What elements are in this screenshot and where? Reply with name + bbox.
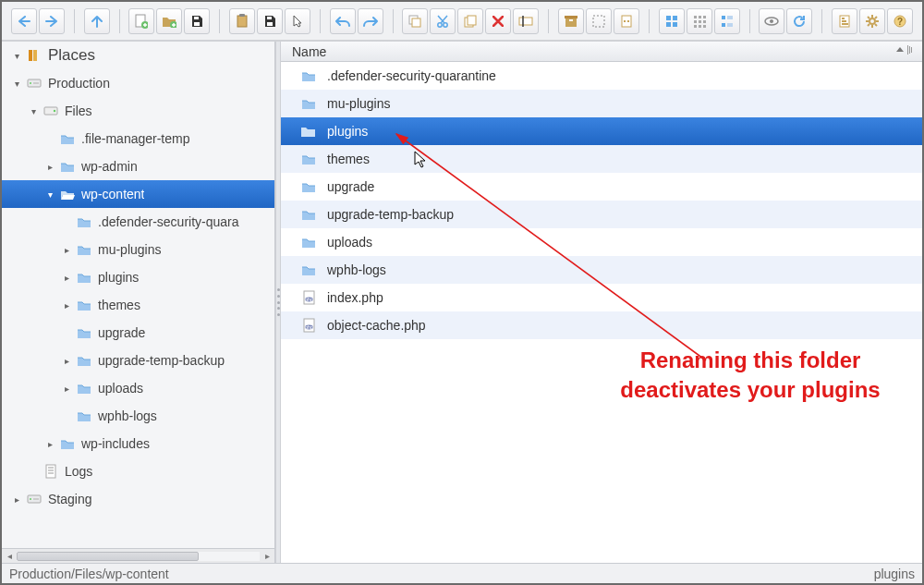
list-icon (721, 15, 734, 28)
tree-item-uploads[interactable]: ▸uploads (2, 374, 274, 402)
view-small-icons-button[interactable] (687, 8, 712, 34)
nav-back-button[interactable] (11, 8, 37, 34)
permissions-button[interactable] (614, 8, 639, 34)
sidebar-tree[interactable]: ▾Places▾Production▾Files.file-manager-te… (2, 42, 274, 548)
tree-item-wp-content[interactable]: ▾wp-content (2, 180, 274, 208)
tree-item-wphb-logs[interactable]: wphb-logs (2, 402, 274, 430)
list-item-object-cache-php[interactable]: phpobject-cache.php (281, 311, 922, 339)
list-item-defender-security-quarantine[interactable]: .defender-security-quarantine (281, 62, 922, 90)
disclosure-triangle[interactable]: ▾ (44, 189, 55, 200)
scroll-right-arrow[interactable]: ▸ (260, 550, 274, 563)
svg-rect-32 (699, 20, 701, 23)
tree-item-plugins[interactable]: ▸plugins (2, 263, 274, 291)
list-item-upgrade[interactable]: upgrade (281, 173, 922, 201)
view-list-button[interactable] (714, 8, 740, 34)
settings-button[interactable] (859, 8, 885, 34)
scrollbar-thumb[interactable] (17, 552, 199, 561)
disclosure-triangle (28, 466, 39, 477)
tree-item-production[interactable]: ▾Production (2, 69, 274, 97)
tree-item-wp-includes[interactable]: ▸wp-includes (2, 430, 274, 457)
list-item-upgrade-temp-backup[interactable]: upgrade-temp-backup (281, 201, 922, 228)
disclosure-triangle[interactable]: ▾ (11, 50, 22, 61)
folder-icon (76, 213, 92, 230)
sort-button[interactable] (832, 8, 857, 34)
tree-item-mu-plugins[interactable]: ▸mu-plugins (2, 236, 274, 263)
tree-item-label: Places (48, 46, 95, 65)
view-large-icons-button[interactable] (659, 8, 685, 34)
list-item-index-php[interactable]: phpindex.php (281, 284, 922, 311)
list-item-wphb-logs[interactable]: wphb-logs (281, 256, 922, 284)
svg-rect-71 (33, 498, 39, 500)
arrow-left-icon (18, 16, 30, 27)
new-file-button[interactable] (128, 8, 154, 34)
undo-button[interactable] (330, 8, 356, 34)
disclosure-triangle[interactable]: ▸ (61, 244, 72, 255)
paste-button[interactable] (229, 8, 255, 34)
tree-item-wp-admin[interactable]: ▸wp-admin (2, 152, 274, 180)
tree-item-files[interactable]: ▾Files (2, 97, 274, 125)
delete-button[interactable] (485, 8, 511, 34)
list-item-label: uploads (327, 235, 372, 250)
tree-item-file-manager-temp[interactable]: .file-manager-temp (2, 125, 274, 152)
permissions-icon (620, 15, 633, 28)
scroll-left-arrow[interactable]: ◂ (2, 550, 17, 563)
tree-item-label: wp-content (81, 187, 144, 201)
column-header-name[interactable]: Name (281, 42, 922, 62)
tree-item-upgrade-temp-backup[interactable]: ▸upgrade-temp-backup (2, 347, 274, 374)
folder-icon (59, 435, 76, 452)
tree-item-defender-security-quara[interactable]: .defender-security-quara (2, 208, 274, 236)
disclosure-triangle[interactable]: ▸ (44, 161, 55, 172)
help-icon: ? (894, 15, 906, 28)
archive-button[interactable] (558, 8, 584, 34)
toolbar-separator (74, 9, 75, 33)
tree-item-staging[interactable]: ▸Staging (2, 485, 274, 513)
scrollbar-track[interactable] (17, 552, 260, 561)
save-all-button[interactable] (257, 8, 283, 34)
copy-button[interactable] (402, 8, 428, 34)
save-button[interactable] (184, 8, 210, 34)
drive-icon (43, 103, 59, 119)
help-button[interactable]: ? (887, 8, 913, 34)
list-item-plugins[interactable]: plugins (281, 117, 922, 145)
tree-item-themes[interactable]: ▸themes (2, 291, 274, 319)
folder-icon (76, 408, 92, 424)
redo-button[interactable] (358, 8, 383, 34)
disclosure-triangle[interactable]: ▸ (11, 494, 22, 505)
new-folder-button[interactable] (156, 8, 182, 34)
svg-rect-29 (699, 16, 701, 18)
svg-text:?: ? (897, 17, 903, 27)
file-list[interactable]: .defender-security-quarantinemu-pluginsp… (281, 62, 922, 563)
toolbar-separator (219, 9, 220, 33)
svg-rect-15 (519, 18, 532, 25)
column-header-label: Name (292, 44, 326, 59)
level-up-button[interactable] (84, 8, 110, 34)
disclosure-triangle[interactable]: ▸ (61, 299, 72, 311)
list-item-uploads[interactable]: uploads (281, 228, 922, 256)
tree-item-places[interactable]: ▾Places (2, 42, 274, 69)
list-item-label: plugins (327, 124, 368, 139)
disclosure-triangle[interactable]: ▸ (44, 438, 55, 449)
list-item-label: wphb-logs (327, 262, 386, 277)
duplicate-button[interactable] (457, 8, 483, 34)
select-all-button[interactable] (586, 8, 612, 34)
list-item-label: mu-plugins (327, 96, 390, 111)
select-cursor-button[interactable] (285, 8, 310, 34)
list-item-themes[interactable]: themes (281, 145, 922, 173)
refresh-button[interactable] (786, 8, 812, 34)
rename-button[interactable] (513, 8, 539, 34)
svg-rect-3 (194, 17, 199, 19)
nav-forward-button[interactable] (39, 8, 65, 34)
list-item-label: themes (327, 152, 370, 166)
disclosure-triangle[interactable]: ▸ (61, 355, 72, 366)
cut-button[interactable] (430, 8, 456, 34)
preview-button[interactable] (759, 8, 784, 34)
disclosure-triangle[interactable]: ▸ (61, 272, 72, 283)
list-item-mu-plugins[interactable]: mu-plugins (281, 90, 922, 117)
disclosure-triangle[interactable]: ▾ (11, 78, 22, 89)
disclosure-triangle[interactable]: ▸ (61, 383, 72, 394)
list-item-label: object-cache.php (327, 318, 426, 333)
tree-item-upgrade[interactable]: upgrade (2, 319, 274, 347)
sidebar-horizontal-scrollbar[interactable]: ◂ ▸ (2, 548, 274, 563)
disclosure-triangle[interactable]: ▾ (28, 105, 39, 116)
tree-item-logs[interactable]: Logs (2, 457, 274, 485)
